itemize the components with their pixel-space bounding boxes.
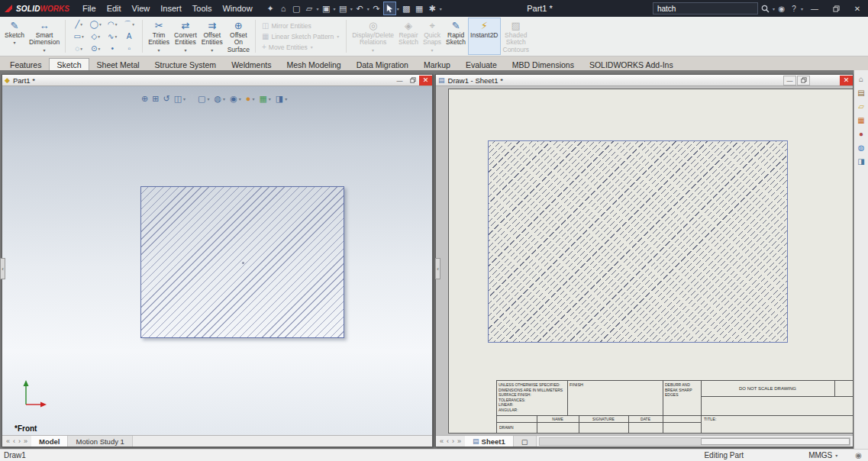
menu-edit[interactable]: Edit xyxy=(102,0,127,17)
undo-icon[interactable]: ↶ xyxy=(353,2,366,15)
point-tool[interactable]: • xyxy=(104,43,121,55)
appearances-icon[interactable]: ● xyxy=(855,128,867,140)
line-tool[interactable]: ╱▾ xyxy=(70,18,87,31)
design-library-icon[interactable]: ▤ xyxy=(855,87,867,98)
part-minimize-button[interactable]: — xyxy=(393,76,406,85)
menu-window[interactable]: Window xyxy=(217,0,257,17)
part-viewport[interactable]: ⊕ ⊞ ↺ ◫▾ ▢▾ ◍▾ ◉▾ ●▾ ▦▾ ◨▾ xyxy=(2,86,432,435)
tab-features[interactable]: Features xyxy=(2,58,49,70)
tab-markup[interactable]: Markup xyxy=(416,58,458,70)
apply-scene-button[interactable]: ▦▾ xyxy=(259,94,271,104)
display-style-button[interactable]: ◍▾ xyxy=(215,94,227,104)
tab-mbd-dimensions[interactable]: MBD Dimensions xyxy=(505,58,582,70)
restore-button[interactable] xyxy=(825,0,847,17)
redo-icon[interactable]: ↷ xyxy=(370,2,383,15)
trim-entities-button[interactable]: ✂ Trim Entities ▾ xyxy=(146,18,172,55)
part-restore-button[interactable] xyxy=(406,76,419,85)
drawing-window-titlebar[interactable]: ▤ Draw1 - Sheet1 * — ✕ xyxy=(436,75,853,86)
spline-tool[interactable]: ∿▾ xyxy=(104,31,121,43)
tab-evaluate[interactable]: Evaluate xyxy=(458,58,505,70)
fillet-tool[interactable]: ⌒▾ xyxy=(121,18,137,31)
options-dropdown-icon[interactable]: ▾ xyxy=(439,6,443,11)
nav-prev-icon[interactable]: ‹ xyxy=(446,437,450,445)
view-settings-button[interactable]: ◨▾ xyxy=(276,94,288,104)
tab-solidworks-addins[interactable]: SOLIDWORKS Add-Ins xyxy=(582,58,681,70)
circle-tool[interactable]: ◯▾ xyxy=(87,18,104,31)
rectangle-tool[interactable]: ▭▾ xyxy=(70,31,87,43)
menu-tools[interactable]: Tools xyxy=(187,0,218,17)
part-window-titlebar[interactable]: ◆ Part1 * — ✕ xyxy=(2,75,432,86)
sheet1-tab[interactable]: ▤Sheet1 xyxy=(465,436,514,446)
tab-sheet-metal[interactable]: Sheet Metal xyxy=(89,58,147,70)
drawing-close-button[interactable]: ✕ xyxy=(840,76,853,85)
drawing-sheet[interactable]: UNLESS OTHERWISE SPECIFIED: DIMENSIONS A… xyxy=(448,89,853,434)
custom-properties-icon[interactable]: ◨ xyxy=(855,156,867,167)
section-view-button[interactable]: ◫▾ xyxy=(174,94,186,104)
tab-sketch[interactable]: Sketch xyxy=(49,58,89,70)
units-selector[interactable]: MMGS▾ xyxy=(808,451,838,459)
trim-dropdown-icon[interactable]: ▾ xyxy=(158,47,160,53)
tab-weldments[interactable]: Weldments xyxy=(224,58,279,70)
arc-tool[interactable]: ◠▾ xyxy=(104,18,121,31)
smart-dimension-button[interactable]: ↔ Smart Dimension ▾ xyxy=(27,18,62,55)
part-close-button[interactable]: ✕ xyxy=(419,76,432,85)
scrollbar-thumb[interactable] xyxy=(701,438,850,445)
featuremanager-collapse-handle[interactable]: ‹ xyxy=(435,258,440,279)
pin-menu-icon[interactable]: ✦ xyxy=(264,2,277,15)
menu-file[interactable]: File xyxy=(77,0,102,17)
nav-next-icon[interactable]: › xyxy=(451,437,455,445)
convert-entities-button[interactable]: ⇄ Convert Entities ▾ xyxy=(172,18,199,55)
print-icon[interactable]: ▤ xyxy=(337,2,350,15)
hide-show-items-button[interactable]: ◉▾ xyxy=(230,94,242,104)
login-icon[interactable]: ◉ xyxy=(776,0,788,17)
instant2d-button[interactable]: ⚡ Instant2D xyxy=(468,18,500,55)
add-sheet-button[interactable]: ▢ xyxy=(514,436,537,446)
zoom-fit-button[interactable]: ⊕ xyxy=(141,94,148,104)
ellipse-tool[interactable]: ◌▾ xyxy=(70,43,87,55)
tab-data-migration[interactable]: Data Migration xyxy=(349,58,416,70)
model-tab[interactable]: Model xyxy=(31,436,68,446)
offset-entities-button[interactable]: ⇉ Offset Entities ▾ xyxy=(199,18,225,55)
previous-view-button[interactable]: ↺ xyxy=(163,94,169,104)
view-orientation-button[interactable]: ▢▾ xyxy=(198,94,210,104)
apps-icon[interactable]: ▩ xyxy=(400,2,413,15)
menu-insert[interactable]: Insert xyxy=(155,0,187,17)
nav-prev-icon[interactable]: ‹ xyxy=(12,437,16,445)
slot-tool[interactable]: ⊙▾ xyxy=(87,43,104,55)
drawing-view-rectangle[interactable] xyxy=(488,140,788,343)
motion-study-tab[interactable]: Motion Study 1 xyxy=(68,436,132,446)
search-input[interactable] xyxy=(657,5,753,13)
menu-view[interactable]: View xyxy=(127,0,156,17)
nav-first-icon[interactable]: « xyxy=(439,437,444,445)
polygon-tool[interactable]: ◇▾ xyxy=(87,31,104,43)
plane-tool[interactable]: ▫ xyxy=(121,43,137,55)
minimize-button[interactable]: — xyxy=(804,0,825,17)
new-document-icon[interactable]: ▢ xyxy=(290,2,303,15)
drawing-viewport[interactable]: UNLESS OTHERWISE SPECIFIED: DIMENSIONS A… xyxy=(436,86,853,435)
sketch-dropdown-icon[interactable]: ▾ xyxy=(13,40,15,45)
view-palette-icon[interactable]: ▦ xyxy=(855,114,867,126)
taskpane-home-icon[interactable]: ⌂ xyxy=(855,73,867,85)
view-grid-icon[interactable]: ▦ xyxy=(413,2,426,15)
text-tool[interactable]: A xyxy=(121,31,137,43)
units-dropdown-icon[interactable]: ▾ xyxy=(834,453,838,458)
select-tool-icon[interactable] xyxy=(383,2,396,15)
tab-mesh-modeling[interactable]: Mesh Modeling xyxy=(279,58,348,70)
status-tag-icon[interactable]: ◉ xyxy=(855,451,862,459)
featuremanager-collapse-handle[interactable]: ‹ xyxy=(0,258,5,279)
offset-on-surface-button[interactable]: ⊕ Offset On Surface xyxy=(225,18,252,55)
offset-dropdown-icon[interactable]: ▾ xyxy=(211,47,213,53)
edit-appearance-button[interactable]: ●▾ xyxy=(246,94,256,103)
file-explorer-icon[interactable]: ▱ xyxy=(855,101,867,112)
search-icon[interactable] xyxy=(760,0,772,17)
help-icon[interactable]: ? xyxy=(788,0,800,17)
scenes-icon[interactable]: ◍ xyxy=(855,142,867,153)
options-gear-icon[interactable]: ✱ xyxy=(426,2,439,15)
drawing-minimize-button[interactable]: — xyxy=(783,76,796,85)
nav-last-icon[interactable]: » xyxy=(23,437,28,445)
close-button[interactable]: ✕ xyxy=(847,0,868,17)
smart-dimension-dropdown-icon[interactable]: ▾ xyxy=(44,47,46,53)
sketch-rectangle[interactable] xyxy=(140,186,344,338)
nav-next-icon[interactable]: › xyxy=(18,437,21,445)
rapid-sketch-button[interactable]: ✎ Rapid Sketch xyxy=(444,18,468,55)
